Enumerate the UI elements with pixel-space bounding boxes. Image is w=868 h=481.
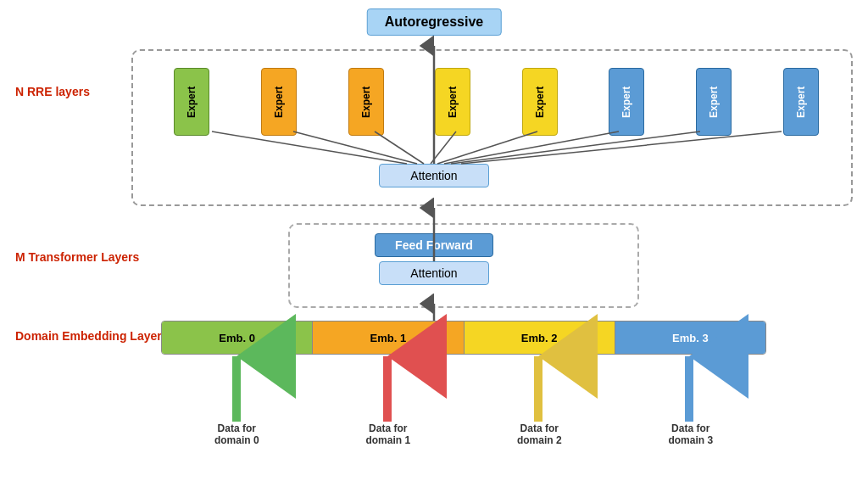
- emb-cell-2: Emb. 2: [465, 322, 615, 354]
- expert-1: Expert: [261, 68, 297, 136]
- transformer-layers-label: M Transformer Layers: [15, 250, 139, 264]
- expert-3: Expert: [435, 68, 470, 136]
- data-label-0: Data fordomain 0: [161, 422, 313, 446]
- diagram-container: Autoregressive N RRE layers Expert Exper…: [0, 0, 868, 481]
- embedding-layer-label: Domain Embedding Layer: [15, 329, 162, 343]
- expert-2: Expert: [348, 68, 384, 136]
- expert-5: Expert: [609, 68, 644, 136]
- experts-row: Expert Expert Expert Expert Expert Exper…: [148, 64, 844, 140]
- data-label-1: Data fordomain 1: [313, 422, 465, 446]
- attention-transformer-box: Attention: [379, 261, 489, 285]
- attention-rre-box: Attention: [379, 164, 489, 187]
- data-labels-row: Data fordomain 0 Data fordomain 1 Data f…: [161, 422, 766, 446]
- autoregressive-box: Autoregressive: [367, 8, 502, 36]
- data-label-3: Data fordomain 3: [615, 422, 767, 446]
- expert-7: Expert: [783, 68, 819, 136]
- rre-layers-label: N RRE layers: [15, 85, 90, 98]
- expert-0: Expert: [174, 68, 209, 136]
- expert-4: Expert: [522, 68, 558, 136]
- feedforward-box: Feed Forward: [375, 233, 493, 257]
- data-label-2: Data fordomain 2: [464, 422, 615, 446]
- emb-cell-3: Emb. 3: [615, 322, 765, 354]
- emb-cell-0: Emb. 0: [162, 322, 313, 354]
- expert-6: Expert: [696, 68, 732, 136]
- autoregressive-label: Autoregressive: [385, 14, 484, 29]
- emb-cell-1: Emb. 1: [313, 322, 464, 354]
- embedding-row: Emb. 0 Emb. 1 Emb. 2 Emb. 3: [161, 321, 766, 355]
